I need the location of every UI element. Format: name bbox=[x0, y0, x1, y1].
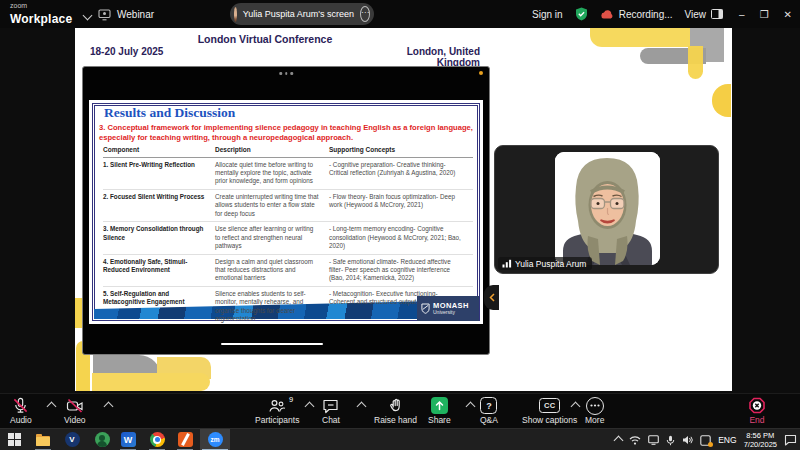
more-icon bbox=[586, 397, 604, 415]
sign-in-link[interactable]: Sign in bbox=[532, 9, 563, 20]
presenter-avatar bbox=[234, 7, 237, 22]
raise-hand-button[interactable]: Raise hand bbox=[374, 397, 417, 425]
v-app-button[interactable]: V bbox=[63, 431, 81, 448]
participant-video-tile[interactable]: Yulia Puspita Arum bbox=[494, 145, 719, 274]
presentation-media-window: Results and Discussion 3. Conceptual fra… bbox=[82, 66, 490, 355]
audio-options-chevron-icon[interactable] bbox=[47, 402, 57, 412]
qa-button[interactable]: ? Q&A bbox=[480, 397, 498, 425]
share-options-chevron-icon[interactable] bbox=[466, 402, 476, 412]
cell-concepts: - Flow theory- Brain focus optimization-… bbox=[329, 193, 473, 218]
clock[interactable]: 8:56 PM 7/20/2025 bbox=[744, 431, 777, 450]
decor-yellow-bar-bottom bbox=[92, 373, 210, 391]
word-button[interactable]: W bbox=[119, 431, 137, 448]
monash-subname: University bbox=[433, 310, 469, 315]
zoom-taskbar-button[interactable]: zm bbox=[200, 429, 230, 450]
cell-concepts: - Cognitive preparation- Creative thinki… bbox=[329, 161, 473, 186]
captions-button[interactable]: CC Show captions bbox=[522, 397, 577, 425]
webinar-label: Webinar bbox=[117, 9, 154, 20]
cell-description: Silence enables students to self-monitor… bbox=[215, 290, 329, 323]
tray-date: 7/20/2025 bbox=[744, 440, 777, 449]
windows-taskbar: V W zm bbox=[0, 428, 800, 450]
tray-overflow-chevron-icon[interactable] bbox=[614, 435, 624, 445]
screen-share-options-icon[interactable]: ⋯ bbox=[360, 6, 370, 22]
zoom-app-window: zoom Workplace Webinar Yulia Puspita Aru… bbox=[0, 0, 800, 450]
orange-app-button[interactable] bbox=[176, 431, 194, 448]
conference-dates: 18-20 July 2025 bbox=[90, 46, 163, 57]
share-label: Share bbox=[428, 415, 451, 425]
security-shield-icon[interactable] bbox=[575, 7, 588, 21]
participant-name: Yulia Puspita Arum bbox=[515, 259, 586, 269]
cell-component: 3. Memory Consolidation through Silence bbox=[103, 225, 215, 250]
tray-time: 8:56 PM bbox=[746, 431, 774, 440]
speaker-icon[interactable] bbox=[682, 435, 693, 445]
word-icon: W bbox=[121, 432, 136, 447]
workplace-brand: Workplace bbox=[10, 12, 72, 26]
audio-label: Audio bbox=[10, 415, 32, 425]
meeting-content-area: London Virtual Conference 18-20 July 202… bbox=[0, 28, 800, 393]
captions-label: Show captions bbox=[522, 415, 577, 425]
cell-component: 2. Focused Silent Writing Process bbox=[103, 193, 215, 218]
raise-hand-icon bbox=[388, 397, 404, 414]
recording-cloud-icon bbox=[600, 9, 614, 20]
audio-button[interactable]: Audio bbox=[10, 397, 32, 425]
chat-options-chevron-icon[interactable] bbox=[357, 402, 367, 412]
participants-label: Participants bbox=[255, 415, 299, 425]
screen-share-pill[interactable]: Yulia Puspita Arum's screen ⋯ bbox=[230, 3, 374, 25]
chat-icon bbox=[322, 398, 339, 414]
maximize-button[interactable]: ❐ bbox=[760, 9, 769, 20]
cell-component: 5. Self-Regulation and Metacognitive Eng… bbox=[103, 290, 215, 323]
language-indicator[interactable]: ENG bbox=[718, 435, 736, 445]
workplace-dropdown-chevron-icon[interactable] bbox=[83, 11, 93, 21]
tray-mic-icon[interactable] bbox=[666, 435, 675, 446]
chrome-button[interactable] bbox=[148, 431, 166, 448]
cell-description: Create uninterrupted writing time that a… bbox=[215, 193, 329, 218]
recording-indicator[interactable]: Recording... bbox=[600, 9, 673, 20]
media-collapse-tab[interactable] bbox=[484, 285, 499, 310]
file-explorer-button[interactable] bbox=[34, 431, 52, 448]
monash-name: MONASH bbox=[433, 302, 469, 310]
cell-component: 4. Emotionally Safe, Stimuli-Reduced Env… bbox=[103, 258, 215, 283]
media-window-status-dot bbox=[479, 71, 483, 75]
col-header-description: Description bbox=[215, 146, 329, 155]
decor-yellow-stem-top bbox=[688, 46, 703, 79]
chrome-icon bbox=[150, 432, 165, 447]
action-center-icon[interactable] bbox=[784, 434, 797, 446]
media-progress-handle[interactable] bbox=[221, 343, 323, 346]
table-row: 1. Silent Pre-Writing Reflection Allocat… bbox=[103, 158, 473, 190]
network-icon[interactable] bbox=[629, 435, 641, 445]
conference-location: London, United Kingdom bbox=[365, 46, 480, 68]
participants-button[interactable]: 9 Participants bbox=[255, 397, 299, 425]
participants-options-chevron-icon[interactable] bbox=[305, 402, 315, 412]
v-app-icon: V bbox=[65, 432, 80, 447]
minimize-button[interactable]: – bbox=[739, 9, 745, 20]
end-meeting-icon bbox=[748, 397, 766, 414]
video-options-chevron-icon[interactable] bbox=[104, 402, 114, 412]
view-label: View bbox=[685, 9, 707, 20]
col-header-component: Component bbox=[103, 146, 215, 155]
more-button[interactable]: More bbox=[585, 397, 604, 425]
start-button[interactable] bbox=[5, 431, 23, 448]
media-window-controls[interactable] bbox=[279, 72, 293, 75]
end-button[interactable]: End bbox=[748, 397, 766, 425]
chevron-left-icon bbox=[489, 293, 495, 302]
share-screen-icon bbox=[431, 397, 448, 414]
cell-description: Design a calm and quiet classroom that r… bbox=[215, 258, 329, 283]
video-button[interactable]: Video bbox=[64, 397, 86, 425]
zoom-workplace-logo: zoom Workplace bbox=[10, 2, 72, 26]
share-button[interactable]: Share bbox=[428, 397, 451, 425]
folder-icon bbox=[36, 436, 50, 446]
virtual-desktop-icon[interactable] bbox=[648, 435, 659, 445]
screen-share-title: Yulia Puspita Arum's screen bbox=[243, 9, 354, 19]
chat-button[interactable]: Chat bbox=[322, 397, 340, 425]
green-app-button[interactable] bbox=[93, 431, 111, 448]
notification-app-button[interactable] bbox=[700, 435, 711, 446]
windows-logo-icon bbox=[8, 433, 21, 446]
zoom-brand-small: zoom bbox=[10, 2, 72, 9]
captions-icon: CC bbox=[539, 398, 560, 413]
view-button[interactable]: View bbox=[685, 9, 724, 20]
qa-label: Q&A bbox=[480, 415, 498, 425]
close-button[interactable]: ✕ bbox=[784, 9, 792, 20]
decor-yellow-halfround-top bbox=[712, 84, 731, 117]
view-layout-icon bbox=[711, 9, 723, 19]
slide-subtitle: 3. Conceptual framework for implementing… bbox=[99, 123, 477, 143]
